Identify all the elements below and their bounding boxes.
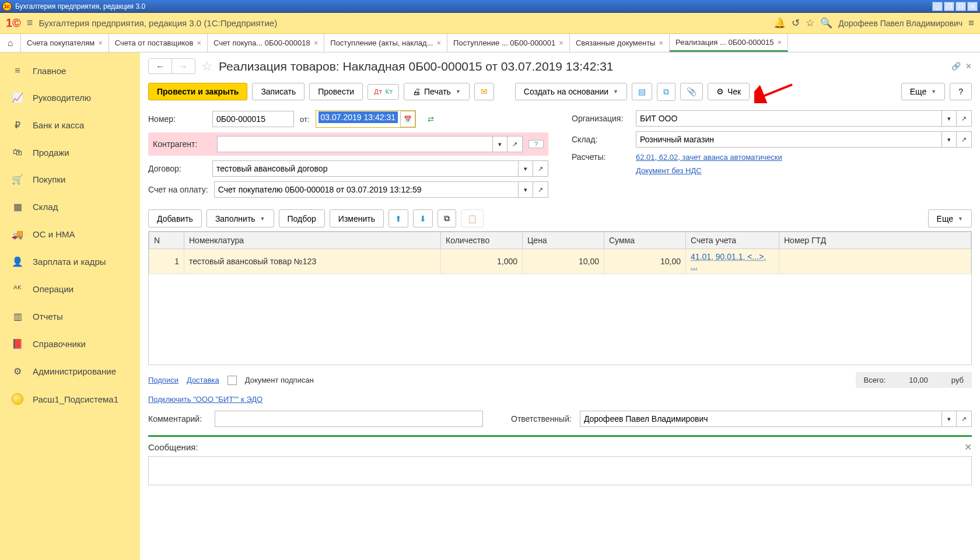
tab-item[interactable]: Поступление (акты, наклад...× bbox=[324, 34, 447, 52]
tab-item[interactable]: Связанные документы× bbox=[570, 34, 670, 52]
report-button[interactable]: ▤ bbox=[632, 83, 652, 100]
change-button[interactable]: Изменить bbox=[330, 209, 384, 228]
dropdown-icon[interactable]: ▾ bbox=[942, 411, 957, 427]
close-window-button[interactable]: ✕ bbox=[967, 2, 978, 11]
open-icon[interactable]: ↗ bbox=[957, 110, 972, 127]
edo-link[interactable]: Подключить "ООО "БИТ"" к ЭДО bbox=[148, 395, 262, 404]
invoice-field[interactable] bbox=[214, 181, 518, 198]
number-field[interactable] bbox=[212, 111, 294, 127]
fill-button[interactable]: Заполнить▼ bbox=[206, 209, 274, 228]
date-field[interactable]: 03.07.2019 13:42:31 bbox=[316, 111, 400, 127]
dropdown-icon[interactable]: ▾ bbox=[942, 131, 957, 148]
star-icon[interactable]: ☆ bbox=[806, 17, 814, 29]
link-icon[interactable]: 🔗 bbox=[951, 62, 961, 71]
dropdown-icon[interactable]: ▾ bbox=[942, 110, 957, 127]
calendar-icon[interactable]: 📅 bbox=[400, 111, 415, 127]
nav-admin[interactable]: ⚙Администрирование bbox=[0, 358, 140, 385]
grid-more-button[interactable]: Еще▼ bbox=[928, 209, 972, 228]
signed-checkbox[interactable] bbox=[228, 376, 237, 385]
bell-icon[interactable]: 🔔 bbox=[774, 17, 786, 29]
copy-button[interactable]: ⧉ bbox=[438, 209, 456, 228]
col-price[interactable]: Цена bbox=[523, 232, 604, 249]
open-icon[interactable]: ↗ bbox=[508, 136, 523, 152]
favorite-icon[interactable]: ☆ bbox=[201, 59, 213, 74]
nav-manager[interactable]: 📈Руководителю bbox=[0, 84, 140, 111]
vat-link[interactable]: Документ без НДС bbox=[636, 166, 702, 175]
delivery-link[interactable]: Доставка bbox=[187, 376, 219, 384]
settings-icon[interactable]: ≡ bbox=[968, 18, 974, 29]
close-icon[interactable]: × bbox=[559, 38, 564, 47]
contragent-field[interactable] bbox=[217, 136, 492, 152]
items-grid[interactable]: N Номенклатура Количество Цена Сумма Сче… bbox=[148, 231, 972, 365]
receipt-button[interactable]: ⚙Чек bbox=[708, 83, 750, 100]
history-icon[interactable]: ↺ bbox=[792, 17, 800, 29]
nav-assets[interactable]: 🚚ОС и НМА bbox=[0, 220, 140, 248]
tab-item[interactable]: Счет покупа... 0Б00-000018× bbox=[208, 34, 324, 52]
nav-catalogs[interactable]: 📕Справочники bbox=[0, 330, 140, 358]
nav-bank[interactable]: ₽Банк и касса bbox=[0, 111, 140, 139]
user-name[interactable]: Дорофеев Павел Владимирович bbox=[838, 19, 963, 28]
responsible-field[interactable] bbox=[580, 411, 942, 427]
add-row-button[interactable]: Добавить bbox=[148, 209, 202, 228]
dtkt-button[interactable]: ДᴛКᴛ bbox=[368, 84, 399, 100]
nav-hr[interactable]: 👤Зарплата и кадры bbox=[0, 248, 140, 275]
more-button[interactable]: Еще▼ bbox=[901, 83, 945, 100]
help-icon[interactable]: ? bbox=[528, 140, 544, 148]
messages-body[interactable] bbox=[148, 456, 972, 485]
move-up-button[interactable]: ⬆ bbox=[388, 209, 408, 228]
dropdown-icon[interactable]: ▾ bbox=[518, 181, 533, 198]
paste-button[interactable]: 📋 bbox=[461, 209, 484, 228]
email-button[interactable]: ✉ bbox=[474, 83, 494, 100]
nav-reports[interactable]: ▥Отчеты bbox=[0, 303, 140, 330]
close-icon[interactable]: × bbox=[98, 38, 103, 47]
post-button[interactable]: Провести bbox=[309, 83, 363, 100]
forward-button[interactable]: → bbox=[172, 59, 195, 74]
open-icon[interactable]: ↗ bbox=[533, 160, 548, 177]
open-icon[interactable]: ↗ bbox=[957, 131, 972, 148]
nav-sales[interactable]: 🛍Продажи bbox=[0, 139, 140, 166]
home-tab[interactable]: ⌂ bbox=[0, 34, 21, 52]
maximize-button[interactable]: ☐ bbox=[956, 2, 966, 11]
reorder-icon[interactable]: ⇄ bbox=[428, 115, 434, 124]
close-icon[interactable]: × bbox=[659, 38, 663, 47]
calc-link[interactable]: 62.01, 62.02, зачет аванса автоматически bbox=[636, 153, 782, 162]
tab-item-active[interactable]: Реализация ... 0Б00-000015× bbox=[670, 34, 788, 52]
restore-button[interactable]: ❐ bbox=[944, 2, 954, 11]
open-icon[interactable]: ↗ bbox=[533, 181, 548, 198]
tab-item[interactable]: Счета от поставщиков× bbox=[109, 34, 208, 52]
col-gtd[interactable]: Номер ГТД bbox=[779, 232, 971, 249]
tab-item[interactable]: Счета покупателям× bbox=[21, 34, 109, 52]
col-name[interactable]: Номенклатура bbox=[184, 232, 441, 249]
attach-button[interactable]: 📎 bbox=[680, 83, 703, 100]
accounts-link[interactable]: 41.01, 90.01.1, <...>, ... bbox=[691, 252, 766, 271]
related-button[interactable]: ⧉ bbox=[657, 83, 676, 101]
menu-icon[interactable]: ≡ bbox=[27, 17, 33, 29]
col-accounts[interactable]: Счета учета bbox=[686, 232, 779, 249]
back-button[interactable]: ← bbox=[149, 59, 172, 74]
search-icon[interactable]: 🔍 bbox=[820, 17, 832, 29]
open-icon[interactable]: ↗ bbox=[957, 411, 972, 427]
nav-main[interactable]: ≡Главное bbox=[0, 57, 140, 84]
post-and-close-button[interactable]: Провести и закрыть bbox=[148, 83, 247, 100]
nav-operations[interactable]: ᴬᴷОперации bbox=[0, 275, 140, 303]
close-icon[interactable]: ✕ bbox=[965, 62, 972, 71]
close-icon[interactable]: × bbox=[314, 38, 318, 47]
help-button[interactable]: ? bbox=[950, 83, 972, 100]
nav-warehouse[interactable]: ▦Склад bbox=[0, 193, 140, 220]
close-icon[interactable]: × bbox=[197, 38, 201, 47]
select-button[interactable]: Подбор bbox=[279, 209, 325, 228]
col-qty[interactable]: Количество bbox=[441, 232, 523, 249]
col-sum[interactable]: Сумма bbox=[604, 232, 686, 249]
nav-purchases[interactable]: 🛒Покупки bbox=[0, 166, 140, 193]
create-based-on-button[interactable]: Создать на основании▼ bbox=[515, 83, 627, 100]
table-row[interactable]: 1 тестовый авансовый товар №123 1,000 10… bbox=[149, 249, 971, 274]
dropdown-icon[interactable]: ▾ bbox=[492, 136, 508, 152]
dropdown-icon[interactable]: ▾ bbox=[518, 160, 533, 177]
col-n[interactable]: N bbox=[149, 232, 184, 249]
close-icon[interactable]: × bbox=[437, 38, 442, 47]
print-button[interactable]: 🖨Печать▼ bbox=[404, 83, 470, 100]
warehouse-field[interactable] bbox=[636, 131, 942, 148]
move-down-button[interactable]: ⬇ bbox=[413, 209, 433, 228]
save-button[interactable]: Записать bbox=[252, 83, 304, 100]
contract-field[interactable] bbox=[212, 160, 518, 177]
